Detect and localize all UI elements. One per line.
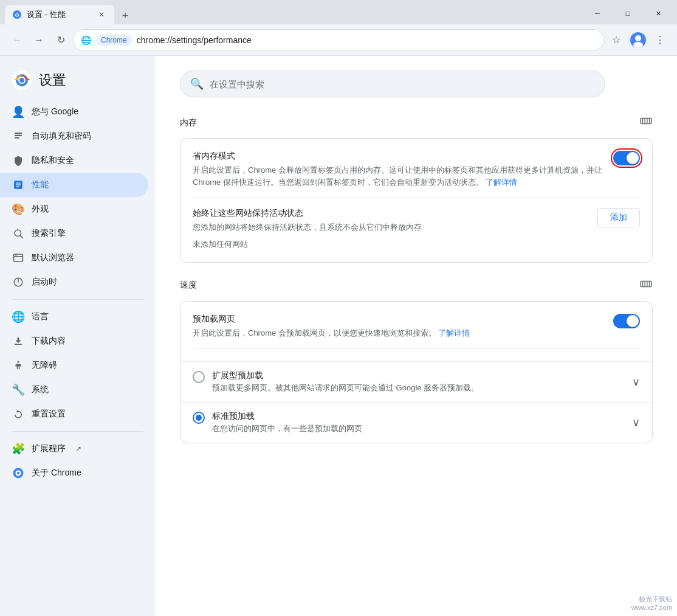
extended-preload-radio[interactable] [193,371,205,383]
menu-button[interactable]: ⋮ [650,30,670,50]
svg-rect-11 [15,137,19,139]
memory-section-icon [639,114,653,131]
speed-section-icon [639,277,653,294]
preload-options-list: 扩展型预加载 预加载更多网页。被其他网站请求的网页可能会通过 Google 服务… [180,361,652,443]
standard-preload-title: 标准预加载 [212,411,625,422]
sidebar-item-privacy[interactable]: 隐私和安全 [0,148,148,173]
svg-point-4 [633,42,643,48]
watermark: 极光下载站 www.xz7.com [631,595,672,611]
sidebar-item-extensions[interactable]: 🧩 扩展程序 ↗ [0,437,148,461]
extended-expand-icon[interactable]: ∨ [632,375,640,389]
memory-saver-section: 省内存模式 开启此设置后，Chrome 会释放闲置标签页占用的内存。这可让使用中… [180,139,652,262]
sidebar-item-reset[interactable]: 重置设置 [0,402,148,426]
svg-text:⚙: ⚙ [15,12,19,18]
sidebar-label-google: 您与 Google [32,106,78,117]
tab-favicon: ⚙ [12,10,22,19]
sidebar-label-about: 关于 Chrome [32,468,81,479]
chrome-logo [12,71,32,90]
settings-search-bar[interactable]: 🔍 [180,71,605,97]
always-active-row: 始终让这些网站保持活动状态 您添加的网站将始终保持活跃状态，且系统不会从它们中释… [193,208,640,250]
svg-rect-9 [15,133,22,134]
browser-content: 设置 👤 您与 Google 自动填充和密码 隐私和安全 [0,56,677,616]
profile-button[interactable] [628,30,648,50]
sidebar-item-language[interactable]: 🌐 语言 [0,305,148,329]
preload-section: 预加载网页 开启此设置后，Chrome 会预加载网页，以便您更快速地浏览和搜索。… [180,302,652,362]
minimize-button[interactable]: ─ [583,5,611,22]
close-button[interactable]: ✕ [644,5,672,22]
watermark-line2: www.xz7.com [631,604,672,611]
title-bar: ⚙ 设置 - 性能 ✕ + ─ □ ✕ [0,0,677,24]
memory-saver-title: 省内存模式 [193,151,603,162]
speed-section-title: 速度 [180,280,197,291]
svg-point-21 [18,361,19,363]
memory-saver-info: 省内存模式 开启此设置后，Chrome 会释放闲置标签页占用的内存。这可让使用中… [193,151,603,188]
active-tab[interactable]: ⚙ 设置 - 性能 ✕ [5,5,114,24]
reset-icon [12,408,24,420]
extended-preload-option[interactable]: 扩展型预加载 预加载更多网页。被其他网站请求的网页可能会通过 Google 服务… [180,361,652,402]
sidebar-item-google[interactable]: 👤 您与 Google [0,100,148,124]
sidebar-item-startup[interactable]: 启动时 [0,270,148,294]
memory-card: 省内存模式 开启此设置后，Chrome 会释放闲置标签页占用的内存。这可让使用中… [180,138,653,263]
sidebar-label-extensions: 扩展程序 [32,443,66,454]
memory-saver-desc: 开启此设置后，Chrome 会释放闲置标签页占用的内存。这可让使用中的标签页和其… [193,164,603,188]
chrome-badge: Chrome [96,35,132,46]
memory-saver-learn-more[interactable]: 了解详情 [486,178,517,187]
sidebar-item-system[interactable]: 🔧 系统 [0,378,148,402]
svg-rect-25 [641,118,651,123]
maximize-button[interactable]: □ [614,5,642,22]
sidebar-label-accessibility: 无障碍 [32,360,57,371]
sidebar-header: 设置 [0,66,156,100]
bookmark-button[interactable]: ☆ [607,30,626,50]
standard-preload-info: 标准预加载 在您访问的网页中，有一些是预加载的网页 [212,411,625,434]
back-button[interactable]: ← [7,30,27,50]
memory-saver-toggle[interactable] [613,151,640,165]
reload-button[interactable]: ↻ [51,30,70,50]
sidebar-label-privacy: 隐私和安全 [32,155,74,166]
sidebar-item-about[interactable]: 关于 Chrome [0,461,148,485]
watermark-line1: 极光下载站 [631,595,672,604]
svg-line-13 [20,235,22,238]
preload-learn-more[interactable]: 了解详情 [438,328,470,337]
person-icon: 👤 [12,106,24,118]
sidebar-label-startup: 启动时 [32,277,57,288]
external-link-icon: ↗ [75,445,81,453]
new-tab-button[interactable]: + [117,7,134,24]
forward-button[interactable]: → [29,30,49,50]
sidebar-label-appearance: 外观 [32,204,49,215]
extended-preload-title: 扩展型预加载 [212,370,625,381]
always-active-desc: 您添加的网站将始终保持活跃状态，且系统不会从它们中释放内存 [193,221,588,234]
preload-info: 预加载网页 开启此设置后，Chrome 会预加载网页，以便您更快速地浏览和搜索。… [193,314,603,339]
sidebar-label-reset: 重置设置 [32,409,66,420]
sidebar-item-appearance[interactable]: 🎨 外观 [0,197,148,221]
search-icon: 🔍 [190,77,204,91]
standard-expand-icon[interactable]: ∨ [632,416,640,429]
svg-point-8 [19,78,24,83]
search-input[interactable] [210,79,595,89]
preload-row: 预加载网页 开启此设置后，Chrome 会预加载网页，以便您更快速地浏览和搜索。… [193,314,640,350]
site-icon: 🌐 [81,35,91,45]
preload-toggle[interactable] [613,314,640,328]
navigation-bar: ← → ↻ 🌐 Chrome chrome://settings/perform… [0,24,677,56]
sidebar-title: 设置 [39,71,66,89]
search-engine-icon [12,227,24,240]
standard-preload-radio[interactable] [193,412,205,424]
sidebar-item-accessibility[interactable]: 无障碍 [0,353,148,378]
sidebar-item-downloads[interactable]: 下载内容 [0,329,148,353]
extensions-icon: 🧩 [12,443,24,455]
add-site-button[interactable]: 添加 [597,208,640,227]
shield-icon [12,154,24,167]
sidebar-item-autofill[interactable]: 自动填充和密码 [0,124,148,148]
svg-rect-20 [15,344,22,345]
sidebar-item-performance[interactable]: 性能 [0,173,148,197]
performance-icon [12,179,24,191]
sidebar-item-default-browser[interactable]: 默认浏览器 [0,246,148,270]
standard-preload-desc: 在您访问的网页中，有一些是预加载的网页 [212,423,625,434]
preload-desc: 开启此设置后，Chrome 会预加载网页，以便您更快速地浏览和搜索。 了解详情 [193,327,603,339]
svg-rect-14 [14,254,23,261]
sidebar-item-search[interactable]: 搜索引擎 [0,221,148,246]
address-bar[interactable]: 🌐 Chrome chrome://settings/performance [73,29,604,51]
about-icon [12,467,24,479]
standard-preload-option[interactable]: 标准预加载 在您访问的网页中，有一些是预加载的网页 ∨ [180,402,652,443]
tab-close-button[interactable]: ✕ [96,9,107,20]
sidebar-label-search: 搜索引擎 [32,228,66,239]
